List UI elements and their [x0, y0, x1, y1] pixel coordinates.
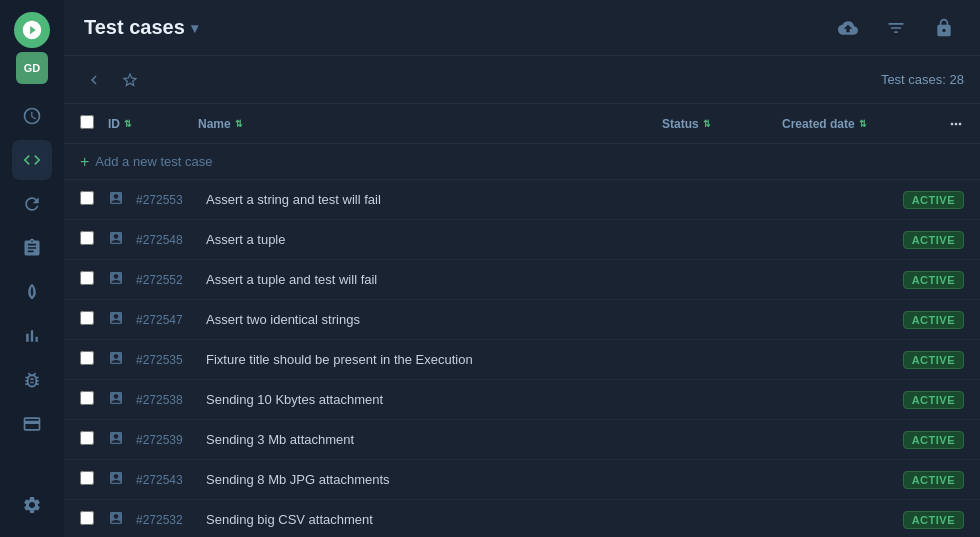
table-row[interactable]: #272538 Sending 10 Kbytes attachment ACT…: [64, 380, 980, 420]
row-checkbox[interactable]: [80, 231, 94, 245]
row-name: Assert a tuple: [206, 232, 844, 247]
test-case-icon: [108, 510, 130, 529]
page-header: Test cases ▾: [64, 0, 980, 56]
table-body: #272553 Assert a string and test will fa…: [64, 180, 980, 537]
star-button[interactable]: [116, 66, 144, 94]
title-chevron-icon[interactable]: ▾: [191, 20, 198, 36]
row-status: ACTIVE: [844, 431, 964, 449]
row-checkbox-cell: [80, 431, 108, 448]
card-icon: [22, 414, 42, 434]
sidebar-item-code[interactable]: [12, 140, 52, 180]
row-id: #272543: [136, 473, 206, 487]
th-id[interactable]: ID ⇅: [108, 117, 198, 131]
table-row[interactable]: #272552 Assert a tuple and test will fai…: [64, 260, 980, 300]
row-checkbox-cell: [80, 351, 108, 368]
clock-icon: [22, 106, 42, 126]
header-checkbox-cell: [80, 115, 108, 132]
star-icon: [121, 71, 139, 89]
sidebar-item-settings[interactable]: [12, 485, 52, 525]
row-id: #272538: [136, 393, 206, 407]
sidebar-item-card[interactable]: [12, 404, 52, 444]
sidebar-item-clipboard[interactable]: [12, 228, 52, 268]
test-cases-table: ID ⇅ Name ⇅ Status ⇅ Created date ⇅: [64, 104, 980, 537]
row-status: ACTIVE: [844, 471, 964, 489]
code-icon: [22, 150, 42, 170]
status-badge: ACTIVE: [903, 351, 964, 369]
upload-button[interactable]: [832, 12, 864, 44]
chart-icon: [22, 326, 42, 346]
row-checkbox[interactable]: [80, 191, 94, 205]
row-name: Fixture title should be present in the E…: [206, 352, 844, 367]
add-test-case-row[interactable]: + Add a new test case: [64, 144, 980, 180]
row-checkbox-cell: [80, 511, 108, 528]
lock-button[interactable]: [928, 12, 960, 44]
test-case-icon: [108, 230, 130, 249]
app-logo: [14, 12, 50, 48]
collapse-icon: [85, 71, 103, 89]
lock-icon: [934, 18, 954, 38]
table-row[interactable]: #272547 Assert two identical strings ACT…: [64, 300, 980, 340]
bug-icon: [22, 370, 42, 390]
row-checkbox[interactable]: [80, 351, 94, 365]
page-title: Test cases ▾: [84, 16, 198, 39]
refresh-icon: [22, 194, 42, 214]
table-row[interactable]: #272532 Sending big CSV attachment ACTIV…: [64, 500, 980, 537]
th-more-options[interactable]: [932, 116, 964, 132]
main-content: Test cases ▾: [64, 0, 980, 537]
table-row[interactable]: #272553 Assert a string and test will fa…: [64, 180, 980, 220]
collapse-button[interactable]: [80, 66, 108, 94]
user-avatar[interactable]: GD: [16, 52, 48, 84]
id-sort-icon: ⇅: [124, 119, 132, 129]
row-checkbox[interactable]: [80, 271, 94, 285]
th-name[interactable]: Name ⇅: [198, 117, 662, 131]
status-badge: ACTIVE: [903, 311, 964, 329]
status-badge: ACTIVE: [903, 391, 964, 409]
sidebar-item-dashboard[interactable]: [12, 96, 52, 136]
sidebar-item-chart[interactable]: [12, 316, 52, 356]
row-id: #272553: [136, 193, 206, 207]
table-header-row: ID ⇅ Name ⇅ Status ⇅ Created date ⇅: [64, 104, 980, 144]
sidebar-item-refresh[interactable]: [12, 184, 52, 224]
row-checkbox[interactable]: [80, 471, 94, 485]
th-created-date[interactable]: Created date ⇅: [782, 117, 932, 131]
upload-icon: [838, 18, 858, 38]
status-badge: ACTIVE: [903, 271, 964, 289]
table-row[interactable]: #272548 Assert a tuple ACTIVE: [64, 220, 980, 260]
row-checkbox-cell: [80, 391, 108, 408]
table-row[interactable]: #272543 Sending 8 Mb JPG attachments ACT…: [64, 460, 980, 500]
table-toolbar: Test cases: 28: [64, 56, 980, 104]
status-badge: ACTIVE: [903, 191, 964, 209]
test-case-icon: [108, 190, 130, 209]
page-title-text: Test cases: [84, 16, 185, 39]
row-status: ACTIVE: [844, 231, 964, 249]
filter-icon: [886, 18, 906, 38]
row-status: ACTIVE: [844, 351, 964, 369]
filter-button[interactable]: [880, 12, 912, 44]
select-all-checkbox[interactable]: [80, 115, 94, 129]
rocket-icon: [22, 282, 42, 302]
row-id: #272535: [136, 353, 206, 367]
th-id-label: ID: [108, 117, 120, 131]
status-badge: ACTIVE: [903, 511, 964, 529]
row-checkbox[interactable]: [80, 431, 94, 445]
sidebar-item-rocket[interactable]: [12, 272, 52, 312]
header-actions: [832, 12, 960, 44]
table-row[interactable]: #272539 Sending 3 Mb attachment ACTIVE: [64, 420, 980, 460]
row-checkbox[interactable]: [80, 391, 94, 405]
row-checkbox[interactable]: [80, 311, 94, 325]
row-checkbox-cell: [80, 191, 108, 208]
th-status[interactable]: Status ⇅: [662, 117, 782, 131]
row-checkbox-cell: [80, 311, 108, 328]
row-status: ACTIVE: [844, 271, 964, 289]
row-name: Sending big CSV attachment: [206, 512, 844, 527]
th-status-label: Status: [662, 117, 699, 131]
sidebar-item-bug[interactable]: [12, 360, 52, 400]
toolbar-left: [80, 66, 144, 94]
row-status: ACTIVE: [844, 391, 964, 409]
table-row[interactable]: #272535 Fixture title should be present …: [64, 340, 980, 380]
row-name: Sending 8 Mb JPG attachments: [206, 472, 844, 487]
add-row-label: Add a new test case: [95, 154, 212, 169]
row-checkbox[interactable]: [80, 511, 94, 525]
row-checkbox-cell: [80, 271, 108, 288]
row-status: ACTIVE: [844, 191, 964, 209]
